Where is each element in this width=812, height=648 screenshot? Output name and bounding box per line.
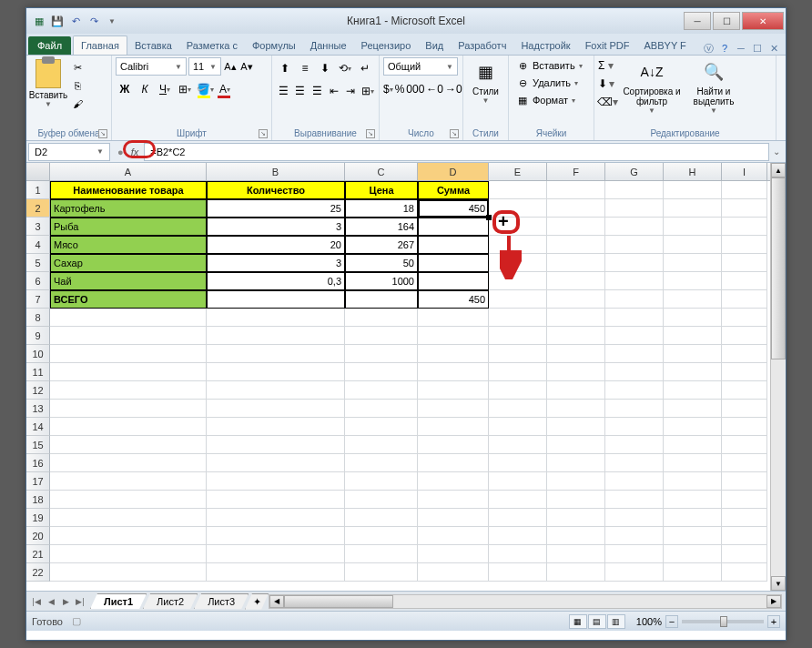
cell[interactable]: [605, 509, 664, 527]
cell[interactable]: [605, 181, 664, 199]
cell[interactable]: [207, 436, 345, 454]
zoom-in-button[interactable]: +: [767, 615, 780, 628]
cell[interactable]: [547, 236, 605, 254]
cell[interactable]: [722, 254, 767, 272]
formula-input[interactable]: =B2*C2: [144, 143, 769, 161]
cell-c3[interactable]: 164: [345, 218, 418, 236]
cell[interactable]: [605, 563, 664, 582]
cell[interactable]: [605, 218, 664, 236]
cell[interactable]: [605, 236, 664, 254]
col-header-h[interactable]: H: [664, 163, 722, 180]
find-select-button[interactable]: 🔍 Найти и выделить ▼: [687, 57, 740, 138]
tab-foxit[interactable]: Foxit PDF: [578, 36, 637, 55]
cell[interactable]: [664, 472, 722, 491]
cell-a7[interactable]: ВСЕГО: [50, 290, 207, 309]
cell[interactable]: [489, 491, 547, 509]
cell[interactable]: [605, 381, 664, 400]
doc-close-icon[interactable]: ✕: [767, 42, 780, 55]
underline-button[interactable]: Ч▾: [156, 80, 174, 98]
cell[interactable]: [418, 545, 489, 563]
copy-icon[interactable]: ⎘: [69, 77, 86, 94]
cell-c7[interactable]: [345, 290, 418, 309]
cell-b5[interactable]: 3: [207, 254, 345, 272]
cell[interactable]: [345, 509, 418, 527]
zoom-level[interactable]: 100%: [636, 616, 662, 627]
row-header-8[interactable]: 8: [26, 309, 50, 327]
cut-icon[interactable]: ✂: [69, 59, 86, 76]
increase-decimal-icon[interactable]: ←0: [426, 80, 443, 98]
scroll-thumb[interactable]: [284, 595, 393, 608]
sort-filter-button[interactable]: A↓Z Сортировка и фильтр ▼: [619, 57, 685, 138]
cell[interactable]: [547, 290, 605, 309]
cell-d6[interactable]: [418, 272, 489, 290]
cell[interactable]: [489, 545, 547, 563]
cell[interactable]: [50, 527, 207, 545]
cell[interactable]: [664, 254, 722, 272]
cell[interactable]: [50, 454, 207, 472]
align-left-icon[interactable]: ☰: [276, 82, 291, 100]
currency-icon[interactable]: $▾: [383, 80, 393, 98]
cell[interactable]: [547, 563, 605, 582]
scroll-down-icon[interactable]: ▼: [771, 576, 786, 591]
col-header-d[interactable]: D: [418, 163, 489, 180]
align-center-icon[interactable]: ☰: [293, 82, 309, 100]
col-header-i[interactable]: I: [722, 163, 767, 180]
cell[interactable]: [50, 309, 207, 327]
format-cells-button[interactable]: ▦Формат▾: [513, 92, 586, 108]
cell[interactable]: [664, 527, 722, 545]
row-header-9[interactable]: 9: [26, 327, 50, 345]
cell-c2[interactable]: 18: [345, 199, 418, 218]
cell-d4[interactable]: [418, 236, 489, 254]
cell[interactable]: [605, 272, 664, 290]
row-header-7[interactable]: 7: [26, 290, 50, 309]
tab-home[interactable]: Главная: [73, 35, 127, 55]
cell[interactable]: [605, 454, 664, 472]
cell[interactable]: [664, 272, 722, 290]
doc-minimize-icon[interactable]: ─: [735, 42, 747, 55]
cell[interactable]: [489, 199, 547, 218]
cell[interactable]: [418, 563, 489, 582]
cell[interactable]: [664, 345, 722, 363]
number-format-selector[interactable]: Общий▼: [383, 57, 458, 76]
sheet-tab-1[interactable]: Лист1: [90, 593, 147, 609]
cell[interactable]: [489, 272, 547, 290]
cell-a4[interactable]: Мясо: [50, 236, 207, 254]
delete-cells-button[interactable]: ⊖Удалить▾: [513, 75, 586, 91]
percent-icon[interactable]: %: [395, 80, 405, 98]
cell[interactable]: [345, 454, 418, 472]
cells-area[interactable]: Наименование товара Количество Цена Сумм…: [50, 181, 767, 582]
cell[interactable]: [50, 327, 207, 345]
cell[interactable]: [345, 491, 418, 509]
tab-data[interactable]: Данные: [303, 36, 354, 55]
cell[interactable]: [489, 345, 547, 363]
paste-button[interactable]: Вставить ▼: [30, 57, 66, 138]
tab-pagelayout[interactable]: Разметка с: [179, 36, 245, 55]
format-painter-icon[interactable]: 🖌: [69, 96, 86, 112]
view-pagebreak-icon[interactable]: ▥: [607, 614, 625, 629]
cell-b3[interactable]: 3: [207, 218, 345, 236]
cell[interactable]: [50, 400, 207, 418]
help-icon[interactable]: ?: [718, 42, 731, 55]
cell[interactable]: [489, 218, 547, 236]
cell[interactable]: [664, 290, 722, 309]
autosum-icon[interactable]: Σ▾: [598, 57, 616, 74]
excel-icon[interactable]: ▦: [32, 14, 46, 28]
cell[interactable]: [50, 509, 207, 527]
scroll-left-icon[interactable]: ◀: [269, 595, 284, 608]
cell[interactable]: [418, 345, 489, 363]
cell[interactable]: [605, 345, 664, 363]
cell[interactable]: [547, 218, 605, 236]
cell[interactable]: [605, 327, 664, 345]
cell-c1[interactable]: Цена: [345, 181, 418, 199]
cell[interactable]: [489, 509, 547, 527]
tab-insert[interactable]: Вставка: [127, 36, 179, 55]
cell-a1[interactable]: Наименование товара: [50, 181, 207, 199]
cell[interactable]: [418, 309, 489, 327]
cell[interactable]: [664, 327, 722, 345]
fill-icon[interactable]: ⬇▾: [598, 76, 616, 92]
cell[interactable]: [418, 381, 489, 400]
cell[interactable]: [664, 181, 722, 199]
cell-a2[interactable]: Картофель: [50, 199, 207, 218]
merge-icon[interactable]: ⊞▾: [360, 82, 376, 100]
cell[interactable]: [489, 236, 547, 254]
